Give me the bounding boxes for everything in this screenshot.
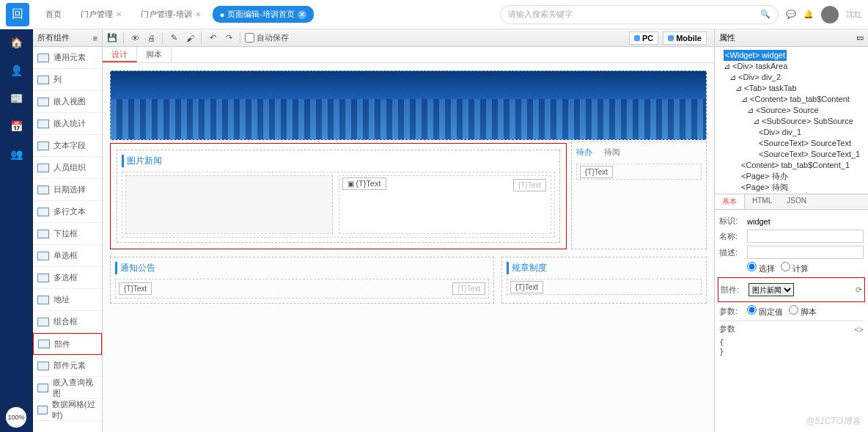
desc-input[interactable] [747,246,864,259]
image-placeholder[interactable] [125,175,333,234]
search-input[interactable]: 请输入搜索关键字🔍 [500,5,779,24]
component-item[interactable]: 日期选择 [33,179,102,201]
tab-todo[interactable]: 待办 [576,147,592,158]
tab-script[interactable]: 脚本 [137,47,172,62]
text-widget-small[interactable]: {T}Text [513,179,546,191]
tab-json[interactable]: JSON [779,194,814,209]
eye-icon[interactable]: 👁 [128,32,141,45]
tree-node[interactable]: <SourceText> SourceText_1 [718,149,865,160]
tab-page-edit[interactable]: ● 页面编辑-培训首页✕ [213,6,314,23]
close-icon[interactable]: ✕ [195,10,201,18]
user-icon[interactable]: 👤 [10,63,24,78]
prop-tabs: 基本 HTML JSON [715,194,868,210]
component-list: 通用元素列嵌入视图嵌入统计文本字段人员组织日期选择多行文本下拉框单选框多选框地址… [33,47,102,421]
component-item[interactable]: 部件 [33,333,102,355]
tab-html[interactable]: HTML [745,194,779,209]
menu-icon[interactable]: ≡ [93,34,98,43]
close-icon[interactable]: ✕ [116,10,122,18]
tree-node[interactable]: <Content> tab_tab$Content_1 [718,160,865,171]
tab-basic[interactable]: 基本 [715,194,745,209]
tree-node[interactable]: ⊿ <Div> div_2 [718,72,865,83]
right-title: 属性 [719,32,735,43]
tab-design[interactable]: 设计 [103,47,137,62]
tree-node[interactable]: ⊿ <SubSource> SubSource [718,116,865,127]
side-widget[interactable]: 待办待阅 {T}Text [571,142,707,249]
news-title: 图片新闻 [122,155,555,167]
component-item[interactable]: 多行文本 [33,201,102,223]
tree-node[interactable]: <Page> 待阅 [718,182,865,193]
avatar[interactable] [821,6,839,23]
chat-icon[interactable]: 💬 [786,10,796,19]
calendar-icon[interactable]: 📅 [10,119,24,133]
banner-image [110,70,707,140]
radio-fixed[interactable]: 固定值 [747,305,783,318]
tab-portal[interactable]: 门户管理✕ [73,6,129,23]
redo-icon[interactable]: ↷ [222,32,235,45]
tree-node[interactable]: ⊿ <Source> Source [718,105,865,116]
tree-node[interactable]: <Page> 待办 [718,171,865,182]
watermark: @51CTO博客 [806,415,861,428]
main-area: 💾 👁 🖨 ✎ 🖌 ↶ ↷ 自动保存 PC Mobile 设计 脚本 图片新闻 [103,29,714,432]
panel-title: 所有组件 [37,32,70,43]
text-widget[interactable]: {T}Text [580,166,613,178]
component-item[interactable]: 人员组织 [33,157,102,179]
topbar: 回 首页 门户管理✕ 门户管理-培训✕ ● 页面编辑-培训首页✕ 请输入搜索关键… [0,0,868,29]
device-mobile[interactable]: Mobile [663,32,707,45]
notice-panel[interactable]: 通知公告 {T}Text{T}Text [110,257,494,304]
component-item[interactable]: 嵌入查询视图 [33,377,102,399]
device-pc[interactable]: PC [629,32,658,45]
component-item[interactable]: 组合框 [33,311,102,333]
code-icon[interactable]: <> [854,325,864,334]
part-select[interactable]: 图片新闻 [749,283,794,296]
undo-icon[interactable]: ↶ [206,32,219,45]
tree-node[interactable]: <SourceText> SourceText [718,138,865,149]
toolbar: 💾 👁 🖨 ✎ 🖌 ↶ ↷ 自动保存 PC Mobile [103,29,714,47]
print-icon[interactable]: 🖨 [144,32,158,45]
edit-icon[interactable]: ✎ [167,32,180,45]
close-icon[interactable]: ✕ [298,10,306,19]
tab-toread[interactable]: 待阅 [604,147,620,158]
radio-select[interactable]: 选择 [747,262,775,274]
component-item[interactable]: 多选框 [33,267,102,289]
canvas[interactable]: 图片新闻 ▣ {T}Text {T}Text 待办待阅 {T}Text 通知公告 [103,63,714,432]
component-item[interactable]: 文本字段 [33,135,102,157]
refresh-icon[interactable]: ⟳ [856,285,862,295]
user-name: 沈红 [846,9,862,20]
component-item[interactable]: 单选框 [33,245,102,267]
component-panel: 所有组件≡ 通用元素列嵌入视图嵌入统计文本字段人员组织日期选择多行文本下拉框单选… [33,29,103,432]
component-item[interactable]: 列 [33,69,102,91]
tree-node[interactable]: ⊿ <Tab> taskTab [718,83,865,94]
text-widget[interactable]: ▣ {T}Text [342,177,386,190]
radio-calc[interactable]: 计算 [781,262,809,274]
component-item[interactable]: 数据网格(过时) [33,399,102,421]
zoom-badge[interactable]: 100% [6,407,26,428]
component-item[interactable]: 嵌入视图 [33,91,102,113]
tab-home[interactable]: 首页 [38,6,69,23]
settings-icon[interactable]: 👥 [10,147,24,161]
element-tree[interactable]: <Widget> widget⊿ <Div> taskArea⊿ <Div> d… [715,47,868,194]
search-icon[interactable]: 🔍 [760,10,770,19]
bell-icon[interactable]: 🔔 [803,10,814,19]
selected-widget[interactable]: 图片新闻 ▣ {T}Text {T}Text [110,143,567,249]
home-icon[interactable]: 🏠 [10,35,24,50]
news-icon[interactable]: 📰 [10,91,24,106]
expand-icon[interactable]: ▭ [856,33,864,43]
tree-node[interactable]: <Div> div_1 [718,127,865,138]
rules-panel[interactable]: 规章制度 {T}Text [501,257,707,304]
component-item[interactable]: 下拉框 [33,223,102,245]
autosave-checkbox[interactable]: 自动保存 [245,32,289,43]
radio-script[interactable]: 脚本 [789,305,817,318]
component-item[interactable]: 通用元素 [33,47,102,69]
component-item[interactable]: 地址 [33,289,102,311]
header-tabs: 首页 门户管理✕ 门户管理-培训✕ ● 页面编辑-培训首页✕ [38,6,500,23]
tree-node[interactable]: <Widget> widget [718,50,865,61]
component-item[interactable]: 嵌入统计 [33,113,102,135]
brush-icon[interactable]: 🖌 [183,32,196,45]
name-input[interactable] [747,230,864,243]
tree-node[interactable]: ⊿ <Content> tab_tab$Content [718,94,865,105]
props-form: 标识:widget 名称: 描述: 选择 计算 部件:图片新闻⟳ 参数: 固定值… [715,210,868,359]
component-item[interactable]: 部件元素 [33,355,102,377]
save-icon[interactable]: 💾 [106,32,119,45]
tree-node[interactable]: ⊿ <Div> taskArea [718,61,865,72]
tab-portal-train[interactable]: 门户管理-培训✕ [133,6,208,23]
